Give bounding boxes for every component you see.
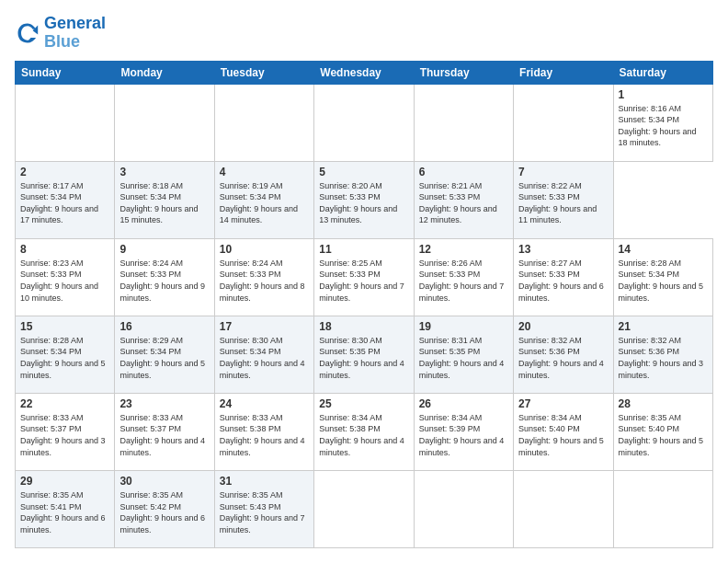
calendar-row-4: 22Sunrise: 8:33 AMSunset: 5:37 PMDayligh… xyxy=(16,393,713,470)
page: General Blue Sunday Monday Tuesday Wedne… xyxy=(0,0,728,563)
logo-icon xyxy=(15,20,40,46)
empty-cell xyxy=(314,470,414,547)
empty-cell xyxy=(514,470,613,547)
day-cell: 9Sunrise: 8:24 AMSunset: 5:33 PMDaylight… xyxy=(115,238,214,316)
day-cell: 20Sunrise: 8:32 AMSunset: 5:36 PMDayligh… xyxy=(514,316,613,393)
empty-cell xyxy=(115,84,214,161)
day-cell: 22Sunrise: 8:33 AMSunset: 5:37 PMDayligh… xyxy=(16,393,115,470)
header-row: Sunday Monday Tuesday Wednesday Thursday… xyxy=(16,61,713,84)
col-wednesday: Wednesday xyxy=(314,61,414,84)
day-cell: 30Sunrise: 8:35 AMSunset: 5:42 PMDayligh… xyxy=(115,470,214,547)
col-thursday: Thursday xyxy=(414,61,513,84)
calendar-row-0: 1Sunrise: 8:16 AMSunset: 5:34 PMDaylight… xyxy=(16,84,713,161)
header: General Blue xyxy=(15,15,713,52)
day-cell: 10Sunrise: 8:24 AMSunset: 5:33 PMDayligh… xyxy=(214,238,313,316)
day-cell: 18Sunrise: 8:30 AMSunset: 5:35 PMDayligh… xyxy=(314,316,414,393)
day-cell: 31Sunrise: 8:35 AMSunset: 5:43 PMDayligh… xyxy=(214,470,313,547)
empty-cell xyxy=(314,84,414,161)
day-cell: 4Sunrise: 8:19 AMSunset: 5:34 PMDaylight… xyxy=(214,161,313,238)
day-cell: 16Sunrise: 8:29 AMSunset: 5:34 PMDayligh… xyxy=(115,316,214,393)
col-tuesday: Tuesday xyxy=(214,61,313,84)
day-cell: 12Sunrise: 8:26 AMSunset: 5:33 PMDayligh… xyxy=(414,238,513,316)
calendar-row-2: 8Sunrise: 8:23 AMSunset: 5:33 PMDaylight… xyxy=(16,238,713,316)
day-cell: 14Sunrise: 8:28 AMSunset: 5:34 PMDayligh… xyxy=(613,238,712,316)
day-cell: 1Sunrise: 8:16 AMSunset: 5:34 PMDaylight… xyxy=(613,84,712,161)
day-cell: 26Sunrise: 8:34 AMSunset: 5:39 PMDayligh… xyxy=(414,393,513,470)
day-cell: 28Sunrise: 8:35 AMSunset: 5:40 PMDayligh… xyxy=(613,393,712,470)
calendar-row-3: 15Sunrise: 8:28 AMSunset: 5:34 PMDayligh… xyxy=(16,316,713,393)
col-friday: Friday xyxy=(514,61,613,84)
day-cell: 29Sunrise: 8:35 AMSunset: 5:41 PMDayligh… xyxy=(16,470,115,547)
day-cell: 7Sunrise: 8:22 AMSunset: 5:33 PMDaylight… xyxy=(514,161,613,238)
calendar-row-1: 2Sunrise: 8:17 AMSunset: 5:34 PMDaylight… xyxy=(16,161,713,238)
day-cell: 24Sunrise: 8:33 AMSunset: 5:38 PMDayligh… xyxy=(214,393,313,470)
day-cell: 25Sunrise: 8:34 AMSunset: 5:38 PMDayligh… xyxy=(314,393,414,470)
day-cell: 8Sunrise: 8:23 AMSunset: 5:33 PMDaylight… xyxy=(16,238,115,316)
day-cell: 11Sunrise: 8:25 AMSunset: 5:33 PMDayligh… xyxy=(314,238,414,316)
day-cell: 27Sunrise: 8:34 AMSunset: 5:40 PMDayligh… xyxy=(514,393,613,470)
col-sunday: Sunday xyxy=(16,61,115,84)
day-cell: 5Sunrise: 8:20 AMSunset: 5:33 PMDaylight… xyxy=(314,161,414,238)
empty-cell xyxy=(514,84,613,161)
empty-cell xyxy=(414,470,513,547)
day-cell: 17Sunrise: 8:30 AMSunset: 5:34 PMDayligh… xyxy=(214,316,313,393)
calendar: Sunday Monday Tuesday Wednesday Thursday… xyxy=(15,61,713,548)
day-cell: 19Sunrise: 8:31 AMSunset: 5:35 PMDayligh… xyxy=(414,316,513,393)
day-cell: 2Sunrise: 8:17 AMSunset: 5:34 PMDaylight… xyxy=(16,161,115,238)
logo: General Blue xyxy=(15,15,106,52)
day-cell: 15Sunrise: 8:28 AMSunset: 5:34 PMDayligh… xyxy=(16,316,115,393)
day-cell: 23Sunrise: 8:33 AMSunset: 5:37 PMDayligh… xyxy=(115,393,214,470)
day-cell: 6Sunrise: 8:21 AMSunset: 5:33 PMDaylight… xyxy=(414,161,513,238)
col-saturday: Saturday xyxy=(613,61,712,84)
empty-cell xyxy=(214,84,313,161)
day-cell: 3Sunrise: 8:18 AMSunset: 5:34 PMDaylight… xyxy=(115,161,214,238)
day-cell: 13Sunrise: 8:27 AMSunset: 5:33 PMDayligh… xyxy=(514,238,613,316)
logo-text: General Blue xyxy=(44,15,106,52)
day-cell: 21Sunrise: 8:32 AMSunset: 5:36 PMDayligh… xyxy=(613,316,712,393)
calendar-row-5: 29Sunrise: 8:35 AMSunset: 5:41 PMDayligh… xyxy=(16,470,713,547)
empty-cell xyxy=(16,84,115,161)
empty-cell xyxy=(414,84,513,161)
empty-cell xyxy=(613,470,712,547)
col-monday: Monday xyxy=(115,61,214,84)
